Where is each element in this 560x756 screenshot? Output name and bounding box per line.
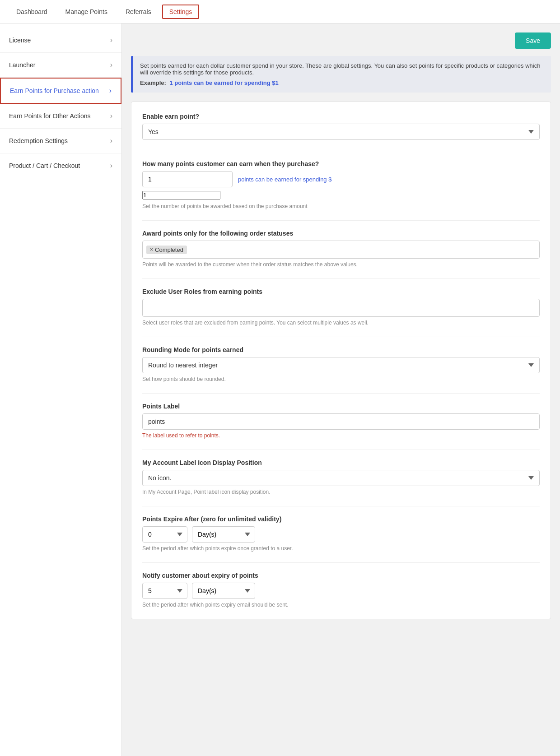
exclude-roles-input[interactable]	[142, 299, 540, 317]
points-label-label: Points Label	[142, 403, 540, 410]
sidebar-item-product-cart-label: Product / Cart / Checkout	[9, 162, 80, 169]
earn-points-row1: points can be earned for spending $	[142, 171, 540, 187]
sidebar-item-earn-other[interactable]: Earn Points for Other Actions ›	[0, 104, 121, 129]
sidebar-item-launcher-label: Launcher	[9, 61, 35, 69]
rounding-mode-group: Rounding Mode for points earned Round to…	[142, 346, 540, 382]
points-label-input[interactable]	[142, 413, 540, 430]
save-bar: Save	[131, 32, 551, 49]
info-description: Set points earned for each dollar custom…	[140, 62, 540, 76]
earn-spending-input[interactable]	[142, 191, 220, 199]
divider2	[142, 220, 540, 221]
divider8	[142, 562, 540, 563]
form-card: Enable earn point? Yes No How many point…	[131, 102, 551, 619]
nav-dashboard[interactable]: Dashboard	[9, 2, 55, 22]
notify-expiry-hint: Set the period after which points expiry…	[142, 602, 540, 608]
order-statuses-group: Award points only for the following orde…	[142, 230, 540, 268]
nav-manage-points[interactable]: Manage Points	[58, 2, 115, 22]
account-label-icon-group: My Account Label Icon Display Position N…	[142, 459, 540, 495]
main-content: Save Set points earned for each dollar c…	[122, 23, 560, 756]
divider5	[142, 393, 540, 394]
points-expire-hint: Set the period after which points expire…	[142, 545, 540, 552]
earn-spending-label: points can be earned for spending $	[238, 176, 331, 183]
chevron-right-icon: ›	[110, 162, 112, 170]
rounding-mode-label: Rounding Mode for points earned	[142, 346, 540, 353]
account-label-icon-hint: In My Account Page, Point label icon dis…	[142, 489, 540, 495]
notify-expiry-num-select[interactable]: 5 1	[142, 583, 187, 599]
points-expire-num-select[interactable]: 0 1	[142, 526, 187, 543]
notify-expiry-group: Notify customer about expiry of points 5…	[142, 572, 540, 608]
enable-earn-point-group: Enable earn point? Yes No	[142, 113, 540, 140]
points-expire-row: 0 1 Day(s) Week(s) Month(s) Year(s)	[142, 526, 540, 543]
sidebar-item-product-cart[interactable]: Product / Cart / Checkout ›	[0, 153, 121, 178]
account-label-icon-label: My Account Label Icon Display Position	[142, 459, 540, 466]
exclude-roles-label: Exclude User Roles from earning points	[142, 288, 540, 295]
rounding-mode-hint: Set how points should be rounded.	[142, 376, 540, 382]
chevron-right-icon: ›	[110, 61, 112, 69]
tag-label: Completed	[155, 246, 183, 253]
sidebar-item-redemption[interactable]: Redemption Settings ›	[0, 129, 121, 153]
nav-referrals[interactable]: Referrals	[118, 2, 159, 22]
save-button[interactable]: Save	[515, 32, 551, 49]
divider6	[142, 450, 540, 450]
sidebar-item-earn-purchase-label: Earn Points for Purchase action	[10, 87, 99, 94]
rounding-mode-select[interactable]: Round to nearest integer Round up Round …	[142, 357, 540, 373]
enable-earn-point-select[interactable]: Yes No	[142, 124, 540, 140]
earn-points-hint: Set the number of points be awarded base…	[142, 203, 540, 209]
sidebar-item-license[interactable]: License ›	[0, 28, 121, 53]
earn-points-label: How many points customer can earn when t…	[142, 160, 540, 167]
notify-expiry-label: Notify customer about expiry of points	[142, 572, 540, 579]
sidebar-item-launcher[interactable]: Launcher ›	[0, 53, 121, 78]
account-label-icon-select[interactable]: No icon. Before label After label	[142, 470, 540, 486]
completed-tag: × Completed	[146, 246, 187, 254]
exclude-roles-hint: Select user roles that are excluded from…	[142, 320, 540, 326]
divider3	[142, 278, 540, 279]
sidebar-item-redemption-label: Redemption Settings	[9, 137, 68, 144]
order-statuses-tag-input[interactable]: × Completed	[142, 241, 540, 259]
points-expire-label: Points Expire After (zero for unlimited …	[142, 515, 540, 523]
points-expire-unit-select[interactable]: Day(s) Week(s) Month(s) Year(s)	[192, 526, 255, 543]
points-expire-group: Points Expire After (zero for unlimited …	[142, 515, 540, 552]
top-navigation: Dashboard Manage Points Referrals Settin…	[0, 0, 560, 23]
exclude-roles-group: Exclude User Roles from earning points S…	[142, 288, 540, 326]
sidebar-item-earn-purchase[interactable]: Earn Points for Purchase action ›	[0, 78, 121, 104]
chevron-right-icon: ›	[110, 36, 112, 44]
divider4	[142, 337, 540, 337]
chevron-right-icon: ›	[110, 112, 112, 120]
nav-settings[interactable]: Settings	[162, 5, 200, 19]
points-label-hint: The label used to refer to points.	[142, 432, 540, 439]
order-statuses-label: Award points only for the following orde…	[142, 230, 540, 237]
sidebar: License › Launcher › Earn Points for Pur…	[0, 23, 122, 756]
earn-points-input[interactable]	[142, 171, 233, 187]
earn-points-group: How many points customer can earn when t…	[142, 160, 540, 209]
info-example: Example: 1 points can be earned for spen…	[140, 79, 544, 86]
sidebar-item-earn-other-label: Earn Points for Other Actions	[9, 112, 91, 120]
main-layout: License › Launcher › Earn Points for Pur…	[0, 23, 560, 756]
example-text: 1 points can be earned for spending $1	[169, 79, 278, 86]
example-label: Example:	[140, 79, 166, 86]
earn-spending-row	[142, 191, 540, 199]
divider7	[142, 506, 540, 506]
chevron-right-icon: ›	[109, 87, 112, 95]
divider	[142, 151, 540, 151]
notify-expiry-row: 5 1 Day(s) Week(s) Month(s) Year(s)	[142, 583, 540, 599]
sidebar-item-license-label: License	[9, 37, 31, 44]
info-box: Set points earned for each dollar custom…	[131, 56, 551, 93]
tag-remove-icon[interactable]: ×	[150, 246, 153, 253]
enable-earn-point-label: Enable earn point?	[142, 113, 540, 120]
points-label-group: Points Label The label used to refer to …	[142, 403, 540, 439]
notify-expiry-unit-select[interactable]: Day(s) Week(s) Month(s) Year(s)	[192, 583, 255, 599]
chevron-right-icon: ›	[110, 137, 112, 145]
order-statuses-hint: Points will be awarded to the customer w…	[142, 261, 540, 268]
